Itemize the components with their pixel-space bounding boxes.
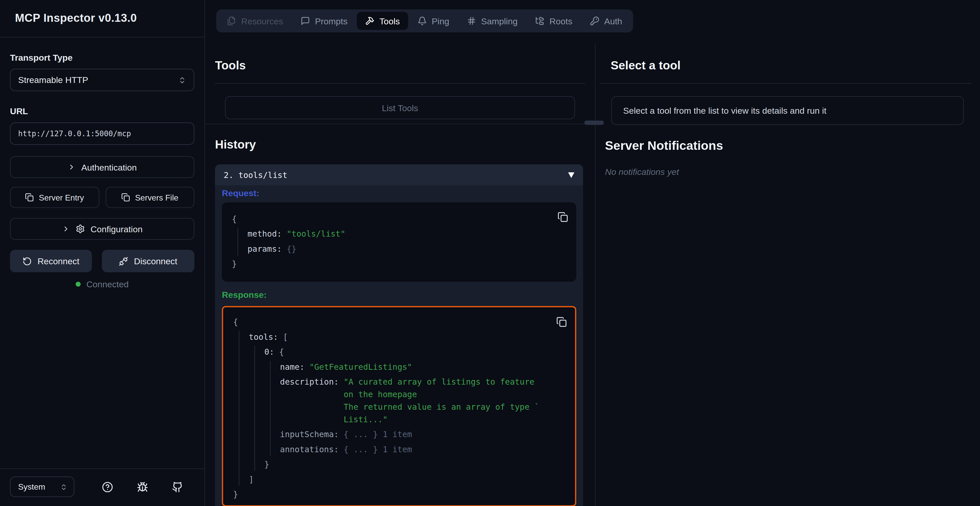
bell-icon (417, 16, 427, 25)
split-handle[interactable] (584, 121, 604, 125)
reconnect-label: Reconnect (37, 256, 79, 266)
authentication-button[interactable]: Authentication (10, 156, 194, 178)
rotate-ccw-icon (22, 256, 32, 266)
theme-value: System (18, 482, 45, 492)
disconnect-label: Disconnect (134, 256, 177, 266)
app-title: MCP Inspector v0.13.0 (0, 0, 204, 37)
right-pane: Select a tool Select a tool from the lis… (595, 44, 980, 506)
mcp-inspector-app: MCP Inspector v0.13.0 Transport Type Str… (0, 0, 980, 506)
status-text: Connected (86, 279, 129, 289)
servers-file-button[interactable]: Servers File (105, 187, 194, 208)
message-square-icon (301, 16, 310, 25)
tool-hint: Select a tool from the list to view its … (611, 96, 964, 125)
sidebar-content: Transport Type Streamable HTTP URL http:… (0, 37, 204, 468)
unplug-icon (119, 256, 128, 266)
status-dot (76, 282, 81, 287)
json-bracket: { (279, 347, 284, 357)
files-icon (227, 16, 236, 25)
tab-resources[interactable]: Resources (219, 12, 291, 30)
json-bracket: [ (283, 332, 288, 342)
json-value: { ... } 1 item (344, 444, 412, 454)
hash-icon (467, 16, 476, 25)
split-divider[interactable] (205, 124, 595, 124)
copy-icon[interactable] (556, 317, 567, 327)
json-key: params: (248, 244, 287, 254)
key-icon (590, 16, 600, 25)
sidebar: MCP Inspector v0.13.0 Transport Type Str… (0, 0, 205, 506)
authentication-label: Authentication (81, 162, 137, 172)
tab-roots[interactable]: Roots (527, 12, 581, 30)
transport-type-label: Transport Type (10, 52, 194, 65)
json-line: { (233, 316, 565, 328)
json-value: "GetFeaturedListings" (309, 362, 412, 371)
tab-label: Tools (379, 16, 400, 26)
list-tools-button[interactable]: List Tools (225, 96, 575, 119)
help-icon[interactable] (102, 481, 113, 492)
chevrons-up-down-icon (178, 76, 186, 84)
tool-detail-panel: Select a tool Select a tool from the lis… (596, 44, 980, 125)
no-notifications-text: No notifications yet (605, 167, 965, 177)
github-icon[interactable] (172, 481, 183, 492)
left-pane: Tools List Tools History 2. tools/list ▼… (205, 44, 595, 506)
content-columns: Tools List Tools History 2. tools/list ▼… (205, 44, 980, 506)
url-value: http://127.0.0.1:5000/mcp (18, 129, 131, 138)
request-json-block: { method: "tools/list" params: {} } (222, 202, 576, 282)
json-line: ] (249, 473, 565, 486)
response-label: Response: (222, 290, 576, 300)
tab-ping[interactable]: Ping (409, 12, 457, 30)
tab-label: Sampling (481, 16, 517, 26)
url-input[interactable]: http://127.0.0.1:5000/mcp (10, 122, 194, 145)
sidebar-footer: System (0, 468, 204, 506)
history-entry-label: 2. tools/list (224, 170, 287, 180)
tab-label: Prompts (315, 16, 347, 26)
server-entry-button[interactable]: Server Entry (10, 187, 99, 208)
json-value: "A curated array of listings to feature … (344, 376, 539, 426)
copy-icon[interactable] (557, 212, 568, 222)
tab-prompts[interactable]: Prompts (293, 12, 356, 30)
tab-tools[interactable]: Tools (357, 12, 408, 30)
servers-file-label: Servers File (135, 193, 178, 202)
response-json-block: { tools: [ 0: { name: "GetFeaturedListin… (222, 306, 576, 506)
disconnect-button[interactable]: Disconnect (102, 250, 194, 273)
server-notifications-title: Server Notifications (605, 138, 965, 153)
tab-auth[interactable]: Auth (582, 12, 630, 30)
tools-panel-title: Tools (215, 59, 585, 73)
history-entry: 2. tools/list ▼ Request: { method: "tool… (215, 164, 583, 506)
chevron-right-icon (68, 163, 76, 171)
history-section: History 2. tools/list ▼ Request: { (205, 124, 595, 506)
folder-tree-icon (535, 16, 544, 25)
chevron-right-icon (62, 225, 70, 233)
json-key: inputSchema: (280, 430, 344, 439)
tab-label: Resources (241, 16, 283, 26)
server-entry-label: Server Entry (39, 193, 84, 202)
history-title: History (215, 138, 585, 152)
history-entry-header[interactable]: 2. tools/list ▼ (215, 164, 583, 186)
json-line: } (233, 489, 565, 501)
tools-panel: Tools List Tools (205, 44, 595, 124)
json-key: name: (280, 362, 310, 371)
json-key: tools: (249, 332, 283, 342)
json-key: description: (280, 376, 344, 426)
json-line: { (232, 213, 566, 225)
json-line: } (264, 458, 565, 471)
json-value: { ... } 1 item (344, 430, 412, 439)
tab-label: Auth (604, 16, 622, 26)
theme-select[interactable]: System (10, 477, 74, 497)
divider (600, 83, 971, 84)
transport-type-select[interactable]: Streamable HTTP (10, 69, 194, 91)
history-entry-body: Request: { method: "tools/list" params: … (215, 186, 583, 506)
json-value: "tools/list" (286, 229, 345, 239)
divider (215, 83, 585, 84)
transport-type-value: Streamable HTTP (18, 75, 88, 85)
json-key: annotations: (280, 444, 344, 454)
bug-icon[interactable] (137, 481, 148, 492)
select-tool-title: Select a tool (611, 59, 971, 73)
json-key: method: (248, 229, 287, 239)
url-label: URL (10, 106, 194, 119)
configuration-button[interactable]: Configuration (10, 218, 194, 240)
tab-sampling[interactable]: Sampling (458, 12, 526, 30)
json-key: 0: (264, 347, 279, 357)
configuration-label: Configuration (91, 224, 143, 234)
reconnect-button[interactable]: Reconnect (10, 250, 92, 273)
hammer-icon (365, 16, 374, 25)
